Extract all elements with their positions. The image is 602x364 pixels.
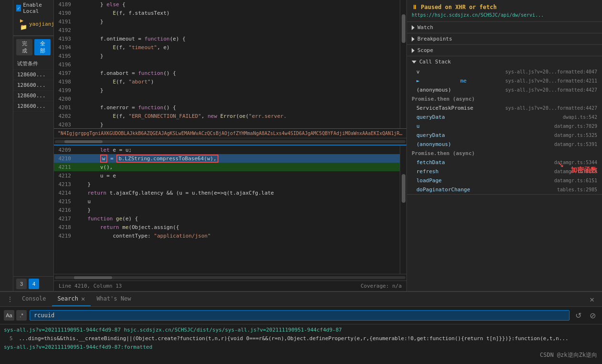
call-stack-async1: Promise.then (async): [407, 94, 602, 104]
call-stack-item-querydata1[interactable]: queryData dwapi.ts:542: [407, 113, 602, 122]
call-stack-item-anon2[interactable]: (anonymous) datamgr.ts:5391: [407, 140, 602, 149]
call-stack-item-v[interactable]: v sys-all.js?v=20...formatted:4047: [407, 67, 602, 76]
sidebar-list: 试管条件 128600... 128600... 128600... 12860…: [13, 58, 53, 112]
hscroll-bottom[interactable]: [54, 274, 406, 281]
scrollbar-thumb-top[interactable]: [402, 14, 405, 43]
code-line-4201: 4201 f.onerror = function() {: [54, 103, 400, 112]
annotation-text: 加密函数: [571, 166, 597, 175]
watch-label: Watch: [417, 24, 433, 31]
call-stack-item-u[interactable]: u datamgr.ts:7029: [407, 122, 602, 131]
code-line-4202: 4202 E(f, "ERR_CONNECTION_FAILED", new E…: [54, 112, 400, 120]
sidebar-middle: 完成 全部 试管条件 128600... 128600... 128600...: [13, 36, 53, 276]
scope-header[interactable]: Scope: [407, 45, 602, 56]
code-line-4199: 4199 }: [54, 86, 400, 94]
call-stack-item-anon1[interactable]: (anonymous) sys-all.js?v=20...formatted:…: [407, 85, 602, 94]
call-stack-item-querydata2[interactable]: queryData datamgr.ts:5325: [407, 131, 602, 140]
enable-local-text: Enable Local: [23, 2, 51, 14]
code-line-4191: 4191 }: [54, 17, 400, 26]
tab-menu-icon[interactable]: ⋮: [4, 293, 16, 305]
status-bar: Line 4210, Column 13 Coverage: n/a: [54, 281, 406, 291]
regex-button[interactable]: .*: [16, 310, 27, 321]
call-stack-section: Call Stack v sys-all.js?v=20...formatted…: [407, 56, 602, 195]
breakpoints-header[interactable]: Breakpoints: [407, 33, 602, 44]
watch-toggle-icon: [412, 25, 415, 30]
vertical-labels: 条件: [0, 0, 13, 291]
tab-bar-right: ✕: [590, 295, 598, 304]
code-line-4190: 4190 E(f, f.statusText): [54, 9, 400, 17]
watch-section: Watch: [407, 22, 602, 33]
vert-label-conditions[interactable]: 条件: [0, 0, 13, 13]
search-tab-close-icon[interactable]: ✕: [81, 295, 85, 302]
code-line-4194: 4194 E(f, "timeout", e): [54, 43, 400, 52]
tab-console[interactable]: Console: [16, 292, 52, 306]
tab-search[interactable]: Search ✕: [52, 292, 91, 306]
scrollbar-thumb-bottom[interactable]: [402, 174, 405, 203]
list-item-text: 128600...: [17, 93, 46, 99]
case-sensitive-button[interactable]: Aa: [4, 310, 14, 321]
scope-section: Scope: [407, 45, 602, 56]
code-content-bottom: 4209 let e = u; 4210 w = b.LZString.comp…: [54, 146, 400, 274]
sidebar-buttons: 完成 全部: [13, 36, 53, 58]
call-stack-item-loadpage[interactable]: loadPage datamgr.ts:6151: [407, 176, 602, 185]
call-stack-header[interactable]: Call Stack: [407, 56, 602, 67]
code-line-4196: 4196: [54, 60, 400, 69]
page-4-button[interactable]: 4: [29, 279, 39, 289]
code-line-4192: 4192: [54, 26, 400, 34]
hscroll-thumb-bottom[interactable]: [74, 276, 112, 279]
list-item[interactable]: 128600...: [13, 80, 53, 91]
call-stack-async2: Promise.then (async): [407, 149, 602, 158]
code-line-4215: 4215 u: [54, 197, 400, 206]
code-line-4193: 4193 f.ontimeout = function(e) {: [54, 34, 400, 43]
code-line-4209: 4209 let e = u;: [54, 146, 400, 154]
list-item[interactable]: 128600...: [13, 101, 53, 112]
code-line-4217: 4217 function ge(e) {: [54, 214, 400, 223]
page-3-button[interactable]: 3: [16, 279, 27, 289]
code-line-4198: 4198 E(f, "abort"): [54, 77, 400, 86]
call-stack-item-dopaginator[interactable]: doPaginatorChange tables.ts:2985: [407, 185, 602, 194]
folder-item[interactable]: ▶ 📁 yaojianju: [16, 14, 51, 33]
call-stack-label: Call Stack: [419, 59, 451, 65]
all-button[interactable]: 全部: [34, 39, 51, 55]
scope-toggle-icon: [412, 48, 415, 53]
code-line-4211: 4211 v(),: [54, 163, 400, 171]
list-item-text: 128600...: [17, 103, 46, 109]
call-stack-item-stp[interactable]: ServiceTaskPromise sys-all.js?v=20...for…: [407, 104, 602, 113]
search-result-match-1[interactable]: 5 ...ding=this&&this.__createBinding||(O…: [0, 334, 602, 343]
result-file-short: sys-all.js?v=202111190951-944cf4d9-87: [4, 327, 121, 333]
search-result-file-2[interactable]: sys-all.js?v=202111190951-944cf4d9-87:fo…: [0, 343, 602, 352]
list-item[interactable]: 试管条件: [13, 58, 53, 70]
close-panel-icon[interactable]: ✕: [590, 295, 594, 304]
code-line-4214: 4214 return t.ajaxCfg.latency && (u = u.…: [54, 188, 400, 197]
call-stack-item-refresh[interactable]: refresh datamgr.ts:5179 加密函数: [407, 167, 602, 176]
match-text: ...ding=this&&this.__createBinding||(Obj…: [19, 335, 568, 342]
vertical-scrollbar-bottom[interactable]: [400, 146, 406, 274]
tab-whats-new[interactable]: What's New: [91, 292, 136, 306]
hscroll-top[interactable]: [54, 138, 406, 145]
search-input[interactable]: [30, 310, 570, 321]
list-item[interactable]: 128600...: [13, 70, 53, 80]
done-button[interactable]: 完成: [16, 39, 32, 55]
list-item-text: 128600...: [17, 72, 46, 78]
code-line-4213: 4213 }: [54, 180, 400, 188]
enable-local-label[interactable]: ✓ Enable Local: [16, 2, 51, 14]
clear-search-icon[interactable]: ⊘: [587, 310, 598, 321]
sidebar-top: ✓ Enable Local ▶ 📁 yaojianju: [13, 0, 53, 36]
search-options: Aa .*: [4, 310, 27, 321]
left-sidebar: ✓ Enable Local ▶ 📁 yaojianju 完成 全部 试管条件: [13, 0, 54, 291]
refresh-search-icon[interactable]: ↺: [572, 310, 584, 321]
enable-local-checkbox[interactable]: ✓: [16, 5, 21, 11]
vertical-scrollbar-top[interactable]: [400, 0, 406, 128]
search-result-file-1[interactable]: sys-all.js?v=202111190951-944cf4d9-87 hs…: [0, 325, 602, 334]
paused-url[interactable]: https://hsjc.scdsjzx.cn/SCHSJC/api/dw/se…: [412, 12, 597, 18]
watch-header[interactable]: Watch: [407, 22, 602, 33]
call-stack-item-me[interactable]: ► me sys-all.js?v=20...formatted:4211: [407, 76, 602, 85]
list-item[interactable]: 128600...: [13, 91, 53, 101]
hscroll-thumb-top[interactable]: [64, 140, 103, 143]
folder-name: yaojianju: [29, 21, 58, 27]
hscroll-track-top[interactable]: [55, 140, 405, 143]
code-line-4212: 4212 u = e: [54, 171, 400, 180]
hscroll-track-bottom[interactable]: [55, 276, 405, 279]
list-item-text: 试管条件: [17, 60, 38, 67]
code-view-top: 4189 } else { 4190 E(f, f.statusText) 41…: [54, 0, 406, 128]
paused-title: ⏸ Paused on XHR or fetch: [412, 4, 597, 10]
